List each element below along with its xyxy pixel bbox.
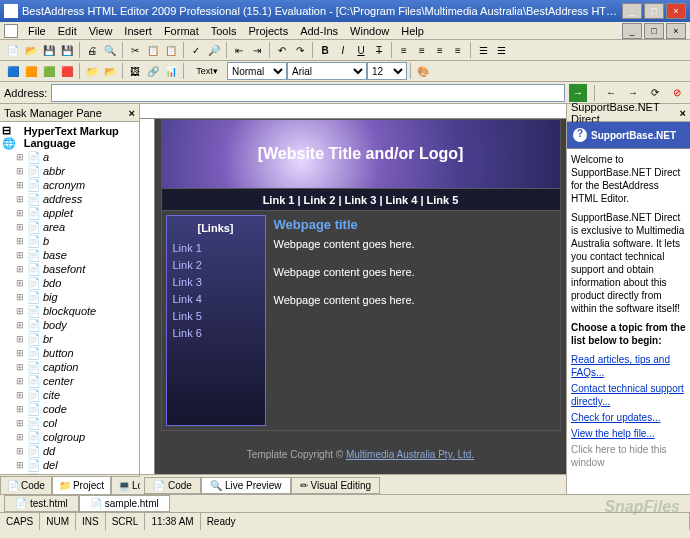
tree-node-abbr[interactable]: 📄 abbr bbox=[2, 164, 137, 178]
tree-node-area[interactable]: 📄 area bbox=[2, 220, 137, 234]
tree-node-col[interactable]: 📄 col bbox=[2, 416, 137, 430]
align-justify-button[interactable]: ≡ bbox=[449, 41, 467, 59]
forward-button[interactable]: → bbox=[624, 84, 642, 102]
left-tab-project[interactable]: 📁Project bbox=[52, 476, 111, 494]
site-nav[interactable]: Link 1 | Link 2 | Link 3 | Link 4 | Link… bbox=[161, 189, 561, 211]
spell-button[interactable]: ✓ bbox=[187, 41, 205, 59]
menu-window[interactable]: Window bbox=[344, 25, 395, 37]
close-button[interactable]: × bbox=[666, 3, 686, 19]
paste-button[interactable]: 📋 bbox=[162, 41, 180, 59]
align-center-button[interactable]: ≡ bbox=[413, 41, 431, 59]
tb2-8[interactable]: 🔗 bbox=[144, 62, 162, 80]
center-tab-preview[interactable]: 🔍Live Preview bbox=[201, 477, 291, 494]
tb2-3[interactable]: 🟩 bbox=[40, 62, 58, 80]
center-tab-code[interactable]: 📄Code bbox=[144, 477, 201, 494]
menu-help[interactable]: Help bbox=[395, 25, 430, 37]
tree-node-cite[interactable]: 📄 cite bbox=[2, 388, 137, 402]
maximize-button[interactable]: □ bbox=[644, 3, 664, 19]
indent-left-button[interactable]: ⇤ bbox=[230, 41, 248, 59]
tb2-7[interactable]: 🖼 bbox=[126, 62, 144, 80]
menu-format[interactable]: Format bbox=[158, 25, 205, 37]
rp-link-help[interactable]: View the help file... bbox=[571, 427, 686, 440]
rp-link-articles[interactable]: Read articles, tips and FAQs... bbox=[571, 353, 686, 379]
copy-button[interactable]: 📋 bbox=[144, 41, 162, 59]
align-left-button[interactable]: ≡ bbox=[395, 41, 413, 59]
underline-button[interactable]: U bbox=[352, 41, 370, 59]
side-link[interactable]: Link 2 bbox=[173, 257, 259, 274]
side-link[interactable]: Link 5 bbox=[173, 308, 259, 325]
open-button[interactable]: 📂 bbox=[22, 41, 40, 59]
mdi-minimize-button[interactable]: _ bbox=[622, 23, 642, 39]
tree-node-acronym[interactable]: 📄 acronym bbox=[2, 178, 137, 192]
find-button[interactable]: 🔎 bbox=[205, 41, 223, 59]
preview-button[interactable]: 🔍 bbox=[101, 41, 119, 59]
address-input[interactable] bbox=[51, 84, 565, 102]
tree-node-del[interactable]: 📄 del bbox=[2, 458, 137, 472]
tree-node-center[interactable]: 📄 center bbox=[2, 374, 137, 388]
style-combo[interactable]: Normal bbox=[227, 62, 287, 80]
minimize-button[interactable]: _ bbox=[622, 3, 642, 19]
tree-node-colgroup[interactable]: 📄 colgroup bbox=[2, 430, 137, 444]
bold-button[interactable]: B bbox=[316, 41, 334, 59]
tree-node-bdo[interactable]: 📄 bdo bbox=[2, 276, 137, 290]
left-pane-close-icon[interactable]: × bbox=[129, 107, 135, 119]
tree-node-big[interactable]: 📄 big bbox=[2, 290, 137, 304]
tree-node-button[interactable]: 📄 button bbox=[2, 346, 137, 360]
mdi-close-button[interactable]: × bbox=[666, 23, 686, 39]
tree-node-br[interactable]: 📄 br bbox=[2, 332, 137, 346]
preview-viewport[interactable]: [Website Title and/or Logo] Link 1 | Lin… bbox=[155, 119, 566, 474]
tb2-9[interactable]: 📊 bbox=[162, 62, 180, 80]
tb2-5[interactable]: 📁 bbox=[83, 62, 101, 80]
refresh-button[interactable]: ⟳ bbox=[646, 84, 664, 102]
menu-insert[interactable]: Insert bbox=[118, 25, 158, 37]
tb2-2[interactable]: 🟧 bbox=[22, 62, 40, 80]
side-link[interactable]: Link 3 bbox=[173, 274, 259, 291]
print-button[interactable]: 🖨 bbox=[83, 41, 101, 59]
tree-node-code[interactable]: 📄 code bbox=[2, 402, 137, 416]
center-tab-visual[interactable]: ✏Visual Editing bbox=[291, 477, 380, 494]
save-button[interactable]: 💾 bbox=[40, 41, 58, 59]
tb2-1[interactable]: 🟦 bbox=[4, 62, 22, 80]
tree-node-base[interactable]: 📄 base bbox=[2, 248, 137, 262]
tb2-4[interactable]: 🟥 bbox=[58, 62, 76, 80]
side-link[interactable]: Link 4 bbox=[173, 291, 259, 308]
font-combo[interactable]: Arial bbox=[287, 62, 367, 80]
side-link[interactable]: Link 1 bbox=[173, 240, 259, 257]
size-combo[interactable]: 12 bbox=[367, 62, 407, 80]
footer-link[interactable]: Multimedia Australia Pty. Ltd. bbox=[346, 449, 474, 460]
left-tab-code[interactable]: 📄Code bbox=[0, 476, 52, 494]
right-pane-close-icon[interactable]: × bbox=[680, 107, 686, 119]
strike-button[interactable]: T bbox=[370, 41, 388, 59]
text-dropdown[interactable]: Text▾ bbox=[187, 62, 227, 80]
tree-node-a[interactable]: 📄 a bbox=[2, 150, 137, 164]
menu-edit[interactable]: Edit bbox=[52, 25, 83, 37]
cut-button[interactable]: ✂ bbox=[126, 41, 144, 59]
rp-hide-link[interactable]: Click here to hide this window bbox=[571, 444, 667, 468]
saveall-button[interactable]: 💾 bbox=[58, 41, 76, 59]
tb2-6[interactable]: 📂 bbox=[101, 62, 119, 80]
tree-node-dd[interactable]: 📄 dd bbox=[2, 444, 137, 458]
color-button[interactable]: 🎨 bbox=[414, 62, 432, 80]
tag-tree[interactable]: ⊟ 🌐 HyperText Markup Language 📄 a📄 abbr📄… bbox=[0, 122, 139, 474]
tree-node-body[interactable]: 📄 body bbox=[2, 318, 137, 332]
menu-file[interactable]: File bbox=[22, 25, 52, 37]
tree-node-basefont[interactable]: 📄 basefont bbox=[2, 262, 137, 276]
tree-node-b[interactable]: 📄 b bbox=[2, 234, 137, 248]
tree-node-address[interactable]: 📄 address bbox=[2, 192, 137, 206]
rp-link-support[interactable]: Contact technical support directly... bbox=[571, 382, 686, 408]
go-button[interactable]: → bbox=[569, 84, 587, 102]
new-button[interactable]: 📄 bbox=[4, 41, 22, 59]
tree-node-applet[interactable]: 📄 applet bbox=[2, 206, 137, 220]
undo-button[interactable]: ↶ bbox=[273, 41, 291, 59]
indent-right-button[interactable]: ⇥ bbox=[248, 41, 266, 59]
menu-view[interactable]: View bbox=[83, 25, 119, 37]
italic-button[interactable]: I bbox=[334, 41, 352, 59]
stop-button[interactable]: ⊘ bbox=[668, 84, 686, 102]
menu-projects[interactable]: Projects bbox=[242, 25, 294, 37]
mdi-maximize-button[interactable]: □ bbox=[644, 23, 664, 39]
list-ul-button[interactable]: ☰ bbox=[474, 41, 492, 59]
file-tab[interactable]: 📄sample.html bbox=[79, 495, 170, 512]
rp-link-updates[interactable]: Check for updates... bbox=[571, 411, 686, 424]
redo-button[interactable]: ↷ bbox=[291, 41, 309, 59]
menu-addins[interactable]: Add-Ins bbox=[294, 25, 344, 37]
